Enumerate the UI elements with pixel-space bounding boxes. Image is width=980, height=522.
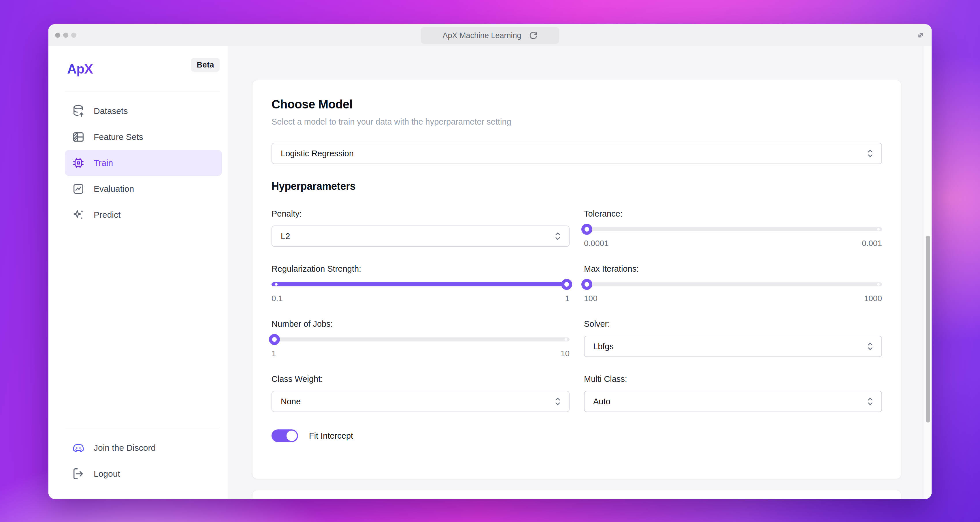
field-label: Penalty:	[272, 209, 570, 219]
hyperparameters-title: Hyperparameters	[272, 180, 882, 192]
slider-min-label: 100	[584, 294, 598, 303]
window-titlebar: ApX Machine Learning	[48, 24, 932, 46]
zoom-window-button[interactable]	[71, 33, 76, 38]
sidebar-item-datasets[interactable]: Datasets	[65, 98, 222, 124]
field-label: Class Weight:	[272, 374, 570, 384]
slider-min-label: 1	[272, 349, 276, 358]
reproducibility-card: Reproducibility Settings	[252, 490, 901, 499]
expand-icon[interactable]	[915, 29, 926, 41]
scrollbar-thumb[interactable]	[926, 236, 930, 423]
beta-badge: Beta	[191, 58, 220, 72]
class-weight-select[interactable]: None	[272, 391, 570, 412]
field-regularization-strength: Regularization Strength: 0.1 1	[272, 264, 570, 303]
sidebar-item-label: Train	[94, 158, 113, 168]
close-window-button[interactable]	[55, 33, 60, 38]
slider-thumb[interactable]	[581, 224, 592, 235]
slider-max-label: 0.001	[862, 239, 882, 248]
window-title-pill: ApX Machine Learning	[421, 27, 559, 44]
field-penalty: Penalty: L2	[272, 209, 570, 248]
slider-thumb[interactable]	[561, 279, 572, 290]
sidebar-item-label: Evaluation	[94, 184, 134, 194]
logout-icon	[72, 467, 85, 480]
sidebar-item-predict[interactable]: Predict	[65, 202, 222, 228]
sparkles-icon	[72, 208, 85, 222]
slider-thumb[interactable]	[269, 334, 280, 345]
hyperparameters-grid: Penalty: L2 Tolerance:	[272, 209, 882, 412]
chevron-up-down-icon	[866, 341, 875, 352]
slider-max-label: 10	[561, 349, 570, 358]
solver-select[interactable]: Lbfgs	[584, 336, 882, 357]
slider-end-dot	[275, 283, 278, 286]
sidebar-item-label: Datasets	[94, 106, 128, 116]
slider-fill	[272, 283, 570, 286]
slider-end-dot	[877, 283, 880, 286]
cpu-icon	[72, 156, 85, 169]
fit-intercept-label: Fit Intercept	[309, 431, 353, 441]
sidebar-footer-divider	[65, 428, 220, 428]
slider-max-label: 1000	[864, 294, 882, 303]
slider-max-label: 1	[565, 294, 570, 303]
sidebar-header: ApX Beta	[48, 60, 228, 77]
field-label: Tolerance:	[584, 209, 882, 219]
number-of-jobs-slider[interactable]: 1 10	[272, 337, 570, 358]
max-iterations-slider[interactable]: 100 1000	[584, 283, 882, 303]
minimize-window-button[interactable]	[63, 33, 68, 38]
logout-button[interactable]: Logout	[65, 461, 222, 487]
model-select-value: Logistic Regression	[281, 149, 354, 158]
field-tolerance: Tolerance: 0.0001 0.001	[584, 209, 882, 248]
regularization-strength-slider[interactable]: 0.1 1	[272, 283, 570, 303]
sidebar-divider	[65, 91, 220, 91]
discord-icon	[72, 441, 85, 455]
main-content: Choose Model Select a model to train you…	[228, 46, 932, 499]
chart-line-icon	[72, 182, 85, 196]
slider-track[interactable]	[584, 283, 882, 286]
window-title: ApX Machine Learning	[442, 31, 521, 40]
chevron-up-down-icon	[554, 396, 562, 407]
chevron-up-down-icon	[866, 148, 875, 159]
slider-end-dot	[877, 228, 880, 231]
table-columns-icon	[72, 130, 85, 144]
fit-intercept-row: Fit Intercept	[272, 429, 882, 442]
field-number-of-jobs: Number of Jobs: 1 10	[272, 319, 570, 358]
model-select[interactable]: Logistic Regression	[272, 143, 882, 164]
sidebar: ApX Beta Data	[48, 46, 228, 499]
app-window: ApX Machine Learning ApX	[48, 24, 932, 499]
sidebar-nav: Datasets Feature Sets	[48, 98, 228, 228]
slider-thumb[interactable]	[581, 279, 592, 290]
scrollbar-track[interactable]	[924, 46, 932, 499]
field-solver: Solver: Lbfgs	[584, 319, 882, 358]
field-label: Solver:	[584, 319, 882, 329]
slider-track[interactable]	[272, 283, 570, 286]
page-title: Choose Model	[272, 97, 882, 111]
refresh-icon[interactable]	[529, 31, 538, 40]
tolerance-slider[interactable]: 0.0001 0.001	[584, 227, 882, 248]
sidebar-item-train[interactable]: Train	[65, 150, 222, 176]
join-discord-link[interactable]: Join the Discord	[65, 435, 222, 461]
field-label: Multi Class:	[584, 374, 882, 384]
slider-track[interactable]	[272, 337, 570, 342]
field-label: Number of Jobs:	[272, 319, 570, 329]
field-multi-class: Multi Class: Auto	[584, 374, 882, 412]
toggle-knob	[286, 431, 297, 441]
fit-intercept-toggle[interactable]	[272, 429, 298, 442]
choose-model-card: Choose Model Select a model to train you…	[252, 80, 901, 479]
database-upload-icon	[72, 104, 85, 118]
slider-track[interactable]	[584, 227, 882, 231]
penalty-select[interactable]: L2	[272, 225, 570, 247]
field-max-iterations: Max Iterations: 100 1000	[584, 264, 882, 303]
sidebar-item-feature-sets[interactable]: Feature Sets	[65, 124, 222, 150]
sidebar-item-label: Predict	[94, 210, 121, 220]
sidebar-item-evaluation[interactable]: Evaluation	[65, 176, 222, 202]
footer-item-label: Join the Discord	[94, 443, 156, 453]
page-subtitle: Select a model to train your data with t…	[272, 117, 882, 127]
slider-min-label: 0.0001	[584, 239, 609, 248]
field-label: Max Iterations:	[584, 264, 882, 274]
field-label: Regularization Strength:	[272, 264, 570, 274]
chevron-up-down-icon	[554, 231, 562, 242]
multi-class-select[interactable]: Auto	[584, 391, 882, 412]
sidebar-item-label: Feature Sets	[94, 132, 143, 142]
slider-min-label: 0.1	[272, 294, 283, 303]
sidebar-footer: Join the Discord Logout	[48, 435, 228, 487]
footer-item-label: Logout	[94, 469, 120, 479]
field-class-weight: Class Weight: None	[272, 374, 570, 412]
